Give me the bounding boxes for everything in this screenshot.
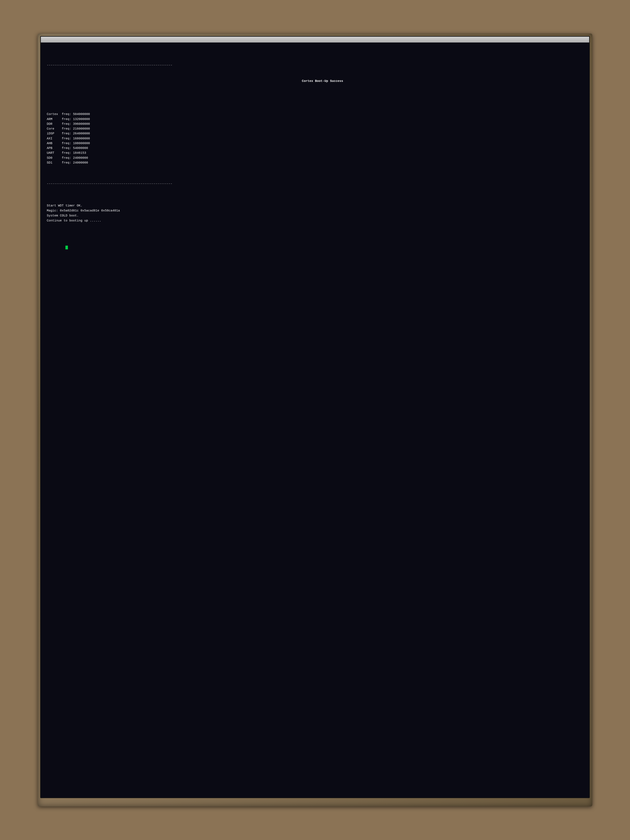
freq-row: Cortex freq: 504000000 <box>47 112 583 117</box>
freq-row: SD0 freq: 24000000 <box>47 156 583 160</box>
freq-row: iDSP freq: 264000000 <box>47 131 583 136</box>
freq-row: AXI freq: 168000000 <box>47 136 583 141</box>
monitor-bezel: ----------------------------------------… <box>40 36 590 798</box>
freq-row: AHB freq: 108000000 <box>47 141 583 146</box>
status-lines: Start WDT timer OK.Magic: 0x5a02d01c 0x5… <box>47 203 583 223</box>
terminal-cursor <box>65 246 68 249</box>
freq-row: SD1 freq: 24000000 <box>47 160 583 165</box>
freq-row: Core freq: 216000000 <box>47 126 583 131</box>
frequency-table: Cortex freq: 504000000ARM freq: 13200000… <box>47 112 583 165</box>
freq-row: DDR freq: 396000000 <box>47 122 583 126</box>
terminal-content: ----------------------------------------… <box>47 47 583 269</box>
freq-row: APB freq: 54000000 <box>47 146 583 151</box>
status-line: Continue to booting up ...... <box>47 218 583 223</box>
boot-title: Cortex Boot-Up Success <box>47 79 583 84</box>
cursor-line <box>47 239 583 254</box>
divider-bottom: ----------------------------------------… <box>47 182 583 186</box>
freq-row: UART freq: 1846153 <box>47 151 583 155</box>
screen: ----------------------------------------… <box>41 43 589 797</box>
freq-row: ARM freq: 132000000 <box>47 117 583 122</box>
status-line: Magic: 0x5a02d01c 0x5acad81e 0x58ca401a <box>47 208 583 213</box>
status-line: Start WDT timer OK. <box>47 203 583 208</box>
monitor-top-bar <box>41 37 589 43</box>
divider-hidden <box>47 95 583 96</box>
status-line: System COLD boot. <box>47 213 583 218</box>
divider-top: ----------------------------------------… <box>47 63 583 68</box>
monitor-outer: ----------------------------------------… <box>38 33 592 806</box>
